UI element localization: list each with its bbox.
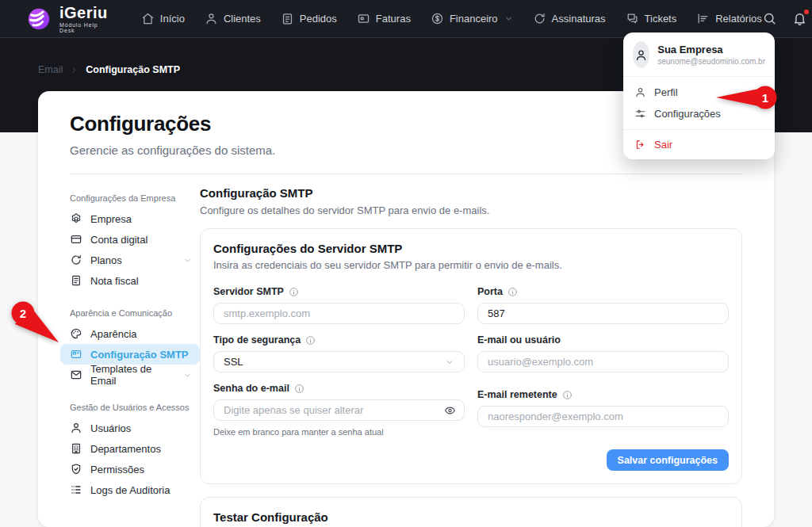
- test-config-panel: Testar Configuração Envie um e-mail de t…: [200, 497, 742, 527]
- settings-nav-item-logs-auditoria[interactable]: Logs de Auditoria: [60, 479, 200, 500]
- app-screen: iGeriu Módulo Help Desk Início Clientes …: [0, 0, 812, 527]
- user-icon: [634, 48, 648, 62]
- settings-nav-label: Departamentos: [90, 443, 161, 455]
- nav-item-assinaturas[interactable]: Assinaturas: [533, 12, 606, 25]
- settings-nav-label: Logs de Auditoria: [90, 484, 170, 496]
- info-icon[interactable]: [294, 384, 304, 394]
- chevron-down-icon: [504, 14, 513, 23]
- settings-nav-item-conta-digital[interactable]: Conta digital: [60, 229, 200, 250]
- chevron-down-icon: [183, 256, 192, 265]
- settings-nav-item-usuarios[interactable]: Usuários: [60, 418, 200, 438]
- settings-nav-label: Planos: [90, 254, 122, 266]
- dropdown-account-header: Sua Empresa seunome@seudominio.com.br: [623, 32, 775, 76]
- smtp-port-input[interactable]: [477, 303, 729, 324]
- settings-nav-label: Configuração SMTP: [90, 349, 189, 361]
- settings-nav-label: Templates de Email: [90, 363, 175, 387]
- smtp-server-input[interactable]: [213, 303, 465, 324]
- breadcrumb: Email Configuração SMTP: [38, 64, 180, 75]
- smtp-content: Configuração SMTP Configure os detalhes …: [200, 174, 742, 527]
- refresh-icon: [533, 12, 546, 25]
- bell-icon[interactable]: [792, 11, 807, 26]
- settings-nav-item-permissoes[interactable]: Permissões: [60, 459, 200, 479]
- sliders-icon: [634, 108, 646, 120]
- nav-label: Faturas: [376, 13, 411, 25]
- settings-nav-label: Empresa: [90, 213, 132, 225]
- palette-icon: [70, 327, 82, 340]
- nav-label: Pedidos: [300, 13, 337, 25]
- chat-icon: [626, 12, 639, 25]
- user-icon: [634, 86, 646, 98]
- home-icon: [141, 12, 155, 25]
- nav-item-relatorios[interactable]: Relatórios: [696, 12, 762, 25]
- save-settings-button[interactable]: Salvar configurações: [607, 449, 729, 471]
- settings-nav-item-nota-fiscal[interactable]: Nota fiscal: [60, 270, 200, 291]
- settings-nav-label: Aparência: [90, 328, 137, 340]
- settings-nav-item-planos[interactable]: Planos: [60, 250, 200, 270]
- smtp-description: Configure os detalhes do servidor SMTP p…: [200, 204, 742, 216]
- info-icon[interactable]: [305, 335, 316, 346]
- nav-label: Clientes: [224, 13, 261, 25]
- shield-check-icon: [70, 463, 82, 475]
- eye-icon[interactable]: [444, 404, 456, 416]
- list-icon: [70, 483, 82, 496]
- field-label: Senha do e-mail: [213, 383, 289, 394]
- nav-item-faturas[interactable]: Faturas: [357, 12, 411, 25]
- settings-nav-item-aparencia[interactable]: Aparência: [60, 323, 200, 344]
- account-name: Sua Empresa: [657, 44, 765, 55]
- security-type-select[interactable]: SSL: [213, 351, 465, 372]
- smtp-server-panel: Configurações do Servidor SMTP Insira as…: [200, 228, 742, 484]
- info-icon[interactable]: [289, 287, 299, 297]
- field-tipo-seguranca: Tipo de segurança SSL: [213, 334, 465, 372]
- settings-nav-label: Permissões: [90, 464, 144, 475]
- field-label: Tipo de segurança: [213, 334, 301, 346]
- nav-item-financeiro[interactable]: Financeiro: [431, 12, 513, 25]
- settings-nav: Configurações da Empresa Empresa Conta d…: [60, 174, 200, 527]
- server-icon: [70, 348, 82, 361]
- settings-nav-section-title: Configurações da Empresa: [60, 193, 200, 203]
- settings-nav-item-empresa[interactable]: Empresa: [60, 208, 200, 229]
- annotation-number: 2: [20, 307, 26, 320]
- info-icon[interactable]: [562, 390, 573, 400]
- smtp-sender-input[interactable]: [477, 406, 729, 427]
- gear-icon: [70, 212, 82, 225]
- nav-label: Tickets: [645, 13, 677, 25]
- receipt-icon: [70, 274, 82, 287]
- settings-nav-section-title: Aparência e Comunicação: [60, 308, 200, 318]
- info-icon[interactable]: [508, 287, 518, 297]
- chevron-down-icon: [183, 371, 192, 380]
- brand-logo[interactable]: iGeriu Módulo Help Desk: [25, 5, 108, 33]
- nav-label: Início: [160, 13, 185, 25]
- menu-item-label: Perfil: [654, 86, 678, 98]
- password-helper-text: Deixe em branco para manter a senha atua…: [213, 427, 465, 437]
- search-icon[interactable]: [762, 11, 777, 26]
- report-icon: [696, 12, 710, 25]
- nav-item-inicio[interactable]: Início: [141, 12, 185, 25]
- menu-item-perfil[interactable]: Perfil: [623, 82, 775, 103]
- nav-item-tickets[interactable]: Tickets: [626, 12, 677, 25]
- top-actions: [762, 8, 812, 30]
- menu-item-sair[interactable]: Sair: [623, 134, 775, 155]
- test-panel-title: Testar Configuração: [213, 510, 729, 524]
- panel-title: Configurações do Servidor SMTP: [213, 242, 729, 255]
- settings-nav-item-departamentos[interactable]: Departamentos: [60, 438, 200, 459]
- brand-name: iGeriu: [59, 5, 108, 21]
- notification-dot: [804, 10, 809, 14]
- clipboard-icon: [281, 12, 294, 25]
- field-servidor-smtp: Servidor SMTP: [213, 286, 465, 324]
- invoice-icon: [357, 12, 370, 25]
- building-icon: [70, 442, 82, 455]
- settings-nav-item-configuracao-smtp[interactable]: Configuração SMTP: [60, 344, 200, 365]
- smtp-user-input[interactable]: [477, 351, 729, 372]
- account-email: seunome@seudominio.com.br: [657, 57, 765, 66]
- nav-item-clientes[interactable]: Clientes: [205, 12, 261, 25]
- field-email-remetente: E-mail remetente: [477, 389, 729, 437]
- smtp-password-input[interactable]: [213, 399, 465, 421]
- menu-item-configuracoes[interactable]: Configurações: [623, 103, 775, 124]
- settings-nav-item-templates-email[interactable]: Templates de Email: [60, 365, 200, 385]
- chevron-right-icon: [70, 66, 79, 74]
- user-icon: [205, 12, 218, 25]
- breadcrumb-parent[interactable]: Email: [38, 64, 63, 75]
- field-senha-email: Senha do e-mail Deixe em branco para man…: [213, 383, 465, 437]
- nav-item-pedidos[interactable]: Pedidos: [281, 12, 337, 25]
- menu-item-label: Sair: [654, 139, 672, 151]
